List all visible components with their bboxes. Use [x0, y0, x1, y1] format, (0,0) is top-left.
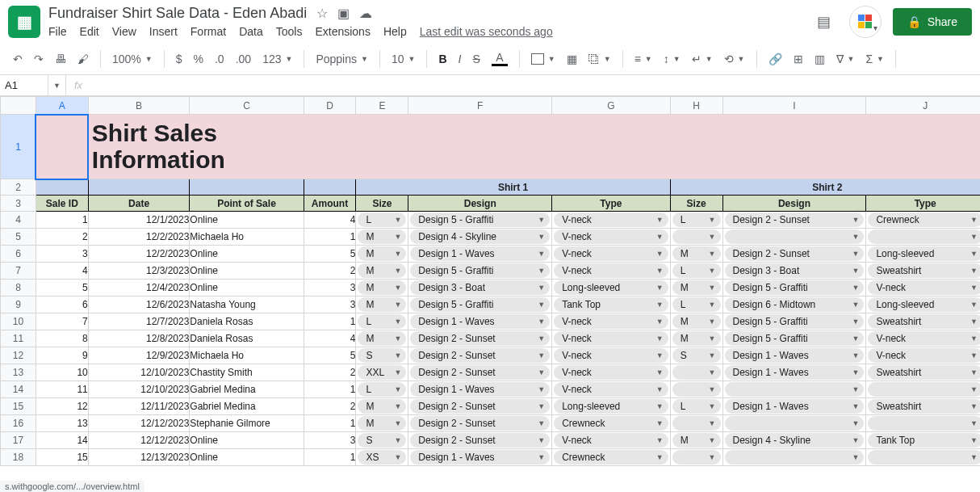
- dropdown-chip[interactable]: Design 3 - Boat▼: [725, 263, 865, 278]
- cell-s2-type[interactable]: Sweatshirt▼: [866, 263, 980, 280]
- fill-color-button[interactable]: ▼: [526, 50, 560, 68]
- dropdown-chip[interactable]: Design 3 - Boat▼: [410, 280, 550, 295]
- cell-amount[interactable]: 2: [304, 263, 356, 280]
- dropdown-chip[interactable]: ▼: [672, 365, 721, 380]
- cell-amount[interactable]: 4: [304, 212, 356, 229]
- dropdown-chip[interactable]: Long-sleeved▼: [554, 399, 668, 414]
- cell-s2-size[interactable]: M▼: [670, 432, 722, 449]
- spreadsheet-grid[interactable]: A B C D E F G H I J 1 Shirt SalesInforma…: [0, 96, 980, 466]
- dropdown-chip[interactable]: Sweatshirt▼: [868, 399, 980, 414]
- col-header-H[interactable]: H: [670, 97, 722, 115]
- dropdown-chip[interactable]: Tank Top▼: [868, 433, 980, 448]
- italic-button[interactable]: I: [454, 49, 467, 69]
- row-header-4[interactable]: 4: [1, 212, 36, 229]
- dropdown-chip[interactable]: Design 5 - Graffiti▼: [725, 331, 865, 346]
- cell-D2[interactable]: [304, 179, 356, 196]
- cell-amount[interactable]: 1: [304, 229, 356, 246]
- dropdown-chip[interactable]: M▼: [358, 416, 406, 431]
- row-header-18[interactable]: 18: [1, 449, 36, 466]
- format-currency-button[interactable]: $: [171, 49, 187, 69]
- cell-A1[interactable]: [36, 115, 88, 179]
- cell-s2-design[interactable]: ▼: [722, 415, 866, 432]
- cell-s2-type[interactable]: V-neck▼: [866, 280, 980, 296]
- cell-s1-size[interactable]: M▼: [356, 330, 408, 347]
- cell-s1-type[interactable]: V-neck▼: [552, 313, 670, 330]
- dropdown-chip[interactable]: Long-sleeved▼: [554, 280, 668, 295]
- dropdown-chip[interactable]: ▼: [868, 450, 980, 465]
- cell-s1-type[interactable]: V-neck▼: [552, 347, 670, 364]
- col-header-J[interactable]: J: [866, 97, 980, 115]
- cell-s1-size[interactable]: S▼: [356, 432, 408, 449]
- last-edit-link[interactable]: Last edit was seconds ago: [420, 25, 553, 38]
- dropdown-chip[interactable]: Sweatshirt▼: [868, 314, 980, 329]
- cell-s2-size[interactable]: M▼: [670, 330, 722, 347]
- cell-amount[interactable]: 2: [304, 364, 356, 381]
- dropdown-chip[interactable]: V-neck▼: [554, 382, 668, 397]
- cell-amount[interactable]: 1: [304, 449, 356, 466]
- cell-amount[interactable]: 4: [304, 330, 356, 347]
- cell-id[interactable]: 8: [36, 330, 88, 347]
- dropdown-chip[interactable]: V-neck▼: [554, 365, 668, 380]
- dropdown-chip[interactable]: Crewneck▼: [554, 450, 668, 465]
- bold-button[interactable]: B: [433, 49, 451, 69]
- dropdown-chip[interactable]: M▼: [672, 280, 721, 295]
- cell-date[interactable]: 12/13/2023: [88, 449, 190, 466]
- dropdown-chip[interactable]: M▼: [358, 229, 406, 244]
- dropdown-chip[interactable]: Design 2 - Sunset▼: [410, 433, 550, 448]
- cell-s2-size[interactable]: ▼: [670, 381, 722, 398]
- cell-s1-design[interactable]: Design 5 - Graffiti▼: [408, 263, 552, 280]
- cell-date[interactable]: 12/8/2023: [88, 330, 190, 347]
- cell-amount[interactable]: 3: [304, 280, 356, 296]
- cell-amount[interactable]: 1: [304, 415, 356, 432]
- h-align-button[interactable]: ≡▼: [630, 49, 657, 69]
- cell-pos[interactable]: Michaela Ho: [190, 347, 304, 364]
- font-size-picker[interactable]: 10▼: [387, 49, 421, 69]
- dropdown-chip[interactable]: L▼: [672, 297, 721, 312]
- row-header-14[interactable]: 14: [1, 381, 36, 398]
- dropdown-chip[interactable]: Design 5 - Graffiti▼: [410, 263, 550, 278]
- dropdown-chip[interactable]: V-neck▼: [554, 433, 668, 448]
- select-all-corner[interactable]: [1, 97, 36, 115]
- cell-s1-type[interactable]: V-neck▼: [552, 364, 670, 381]
- menu-data[interactable]: Data: [239, 25, 263, 38]
- cell-id[interactable]: 10: [36, 364, 88, 381]
- dropdown-chip[interactable]: XS▼: [358, 450, 406, 465]
- cell-pos[interactable]: Daniela Rosas: [190, 330, 304, 347]
- hdr-date[interactable]: Date: [88, 196, 190, 212]
- cell-C2[interactable]: [190, 179, 304, 196]
- cell-s1-design[interactable]: Design 4 - Skyline▼: [408, 229, 552, 246]
- cell-s1-size[interactable]: L▼: [356, 381, 408, 398]
- cell-pos[interactable]: Online: [190, 246, 304, 263]
- cell-s2-design[interactable]: Design 2 - Sunset▼: [722, 212, 866, 229]
- insert-chart-icon[interactable]: ▥: [810, 49, 830, 69]
- cell-s2-type[interactable]: ▼: [866, 229, 980, 246]
- dropdown-chip[interactable]: Design 1 - Waves▼: [725, 348, 865, 363]
- dropdown-chip[interactable]: Design 2 - Sunset▼: [410, 348, 550, 363]
- formula-bar[interactable]: [90, 78, 980, 92]
- cell-B2[interactable]: [88, 179, 190, 196]
- menu-view[interactable]: View: [112, 25, 136, 38]
- dropdown-chip[interactable]: V-neck▼: [554, 229, 668, 244]
- dropdown-chip[interactable]: Design 1 - Waves▼: [725, 399, 865, 414]
- cell-s1-design[interactable]: Design 1 - Waves▼: [408, 313, 552, 330]
- cell-s1-design[interactable]: Design 5 - Graffiti▼: [408, 212, 552, 229]
- cell-s2-type[interactable]: V-neck▼: [866, 347, 980, 364]
- cell-s1-design[interactable]: Design 3 - Boat▼: [408, 280, 552, 296]
- cell-s1-size[interactable]: S▼: [356, 347, 408, 364]
- cell-s1-type[interactable]: V-neck▼: [552, 229, 670, 246]
- dropdown-chip[interactable]: Design 1 - Waves▼: [410, 246, 550, 261]
- cell-s2-size[interactable]: L▼: [670, 296, 722, 313]
- cell-s1-type[interactable]: V-neck▼: [552, 263, 670, 280]
- cell-s2-design[interactable]: Design 1 - Waves▼: [722, 347, 866, 364]
- col-header-F[interactable]: F: [408, 97, 552, 115]
- cell-amount[interactable]: 2: [304, 398, 356, 415]
- name-box[interactable]: A1: [0, 75, 48, 95]
- dropdown-chip[interactable]: V-neck▼: [554, 348, 668, 363]
- cell-pos[interactable]: Online: [190, 449, 304, 466]
- menu-file[interactable]: File: [48, 25, 67, 38]
- cell-date[interactable]: 12/1/2023: [88, 212, 190, 229]
- cell-s1-type[interactable]: V-neck▼: [552, 212, 670, 229]
- row-header-9[interactable]: 9: [1, 296, 36, 313]
- cell-s2-design[interactable]: Design 1 - Waves▼: [722, 398, 866, 415]
- dropdown-chip[interactable]: L▼: [672, 399, 721, 414]
